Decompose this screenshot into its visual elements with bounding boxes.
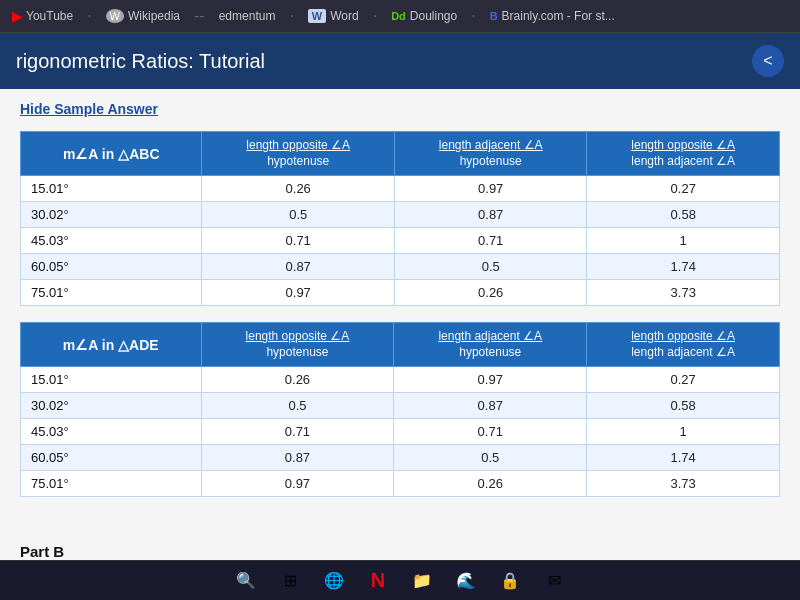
table-row: 45.03° 0.71 0.71 1 [21, 228, 780, 254]
tab-youtube[interactable]: ▶ YouTube [4, 7, 81, 26]
ratio2-cell: 0.71 [394, 419, 587, 445]
table-ade-col2-top: length opposite ∠A [212, 329, 384, 345]
table-row: 75.01° 0.97 0.26 3.73 [21, 280, 780, 306]
ratio2-cell: 0.5 [394, 445, 587, 471]
angle-cell: 60.05° [21, 254, 202, 280]
tab-separator-1: · [87, 7, 91, 25]
table-ade-col4-top: length opposite ∠A [597, 329, 769, 345]
angle-cell: 30.02° [21, 393, 202, 419]
files-icon[interactable]: 📁 [406, 565, 438, 597]
ratio3-cell: 0.58 [587, 202, 780, 228]
table-abc-col3-top: length adjacent ∠A [405, 138, 577, 154]
table-row: 30.02° 0.5 0.87 0.58 [21, 202, 780, 228]
ratio1-cell: 0.71 [202, 228, 395, 254]
table-abc-header-label: m∠A in △ABC [21, 132, 202, 176]
browser-icon[interactable]: 🌐 [318, 565, 350, 597]
netflix-icon[interactable]: N [362, 565, 394, 597]
table-row: 75.01° 0.97 0.26 3.73 [21, 471, 780, 497]
table-abc-col3-bottom: hypotenuse [405, 154, 577, 170]
ratio2-cell: 0.87 [394, 393, 587, 419]
main-content-area: rigonometric Ratios: Tutorial < Hide Sam… [0, 33, 800, 600]
brainly-icon: B [490, 10, 498, 22]
angle-cell: 45.03° [21, 228, 202, 254]
youtube-icon: ▶ [12, 9, 22, 24]
tab-separator-4: · [373, 7, 377, 25]
angle-cell: 75.01° [21, 471, 202, 497]
tab-separator-5: · [471, 7, 475, 25]
angle-cell: 45.03° [21, 419, 202, 445]
table-row: 15.01° 0.26 0.97 0.27 [21, 176, 780, 202]
table-ade-col2-bottom: hypotenuse [212, 345, 384, 361]
ratio1-cell: 0.87 [201, 445, 394, 471]
tab-wikipedia[interactable]: W Wikipedia [98, 7, 188, 25]
ratio3-cell: 1 [587, 228, 780, 254]
table-row: 15.01° 0.26 0.97 0.27 [21, 367, 780, 393]
tab-edmentum-label: edmentum [219, 9, 276, 23]
table-row: 30.02° 0.5 0.87 0.58 [21, 393, 780, 419]
mail-icon[interactable]: ✉ [538, 565, 570, 597]
table-abc-col2-header: length opposite ∠A hypotenuse [202, 132, 395, 176]
ratio3-cell: 1.74 [587, 254, 780, 280]
table-ade-col3-top: length adjacent ∠A [404, 329, 576, 345]
tab-brainly[interactable]: B Brainly.com - For st... [482, 7, 623, 25]
tab-duolingo[interactable]: Dd Doulingo [383, 7, 465, 25]
ratio2-cell: 0.87 [394, 202, 587, 228]
tab-separator-3: · [289, 7, 293, 25]
tab-brainly-label: Brainly.com - For st... [502, 9, 615, 23]
table-ade-col3-header: length adjacent ∠A hypotenuse [394, 323, 587, 367]
angle-cell: 15.01° [21, 176, 202, 202]
content-area: Hide Sample Answer m∠A in △ABC length op… [0, 89, 800, 533]
ratio2-cell: 0.26 [394, 280, 587, 306]
tab-separator-2: -- [194, 7, 205, 25]
ratio3-cell: 3.73 [587, 471, 780, 497]
ratio1-cell: 0.5 [202, 202, 395, 228]
table-abc-col3-header: length adjacent ∠A hypotenuse [394, 132, 587, 176]
table-row: 60.05° 0.87 0.5 1.74 [21, 254, 780, 280]
tab-youtube-label: YouTube [26, 9, 73, 23]
table-abc-col4-bottom: length adjacent ∠A [597, 154, 769, 170]
table-abc-col4-top: length opposite ∠A [597, 138, 769, 154]
table-row: 45.03° 0.71 0.71 1 [21, 419, 780, 445]
table-ade-col2-header: length opposite ∠A hypotenuse [201, 323, 394, 367]
tab-wikipedia-label: Wikipedia [128, 9, 180, 23]
ratio2-cell: 0.97 [394, 176, 587, 202]
table-abc: m∠A in △ABC length opposite ∠A hypotenus… [20, 131, 780, 306]
table-abc-col4-header: length opposite ∠A length adjacent ∠A [587, 132, 780, 176]
ratio3-cell: 3.73 [587, 280, 780, 306]
edge-icon[interactable]: 🌊 [450, 565, 482, 597]
table-abc-col2-top: length opposite ∠A [212, 138, 384, 154]
ratio3-cell: 1 [587, 419, 780, 445]
ratio3-cell: 0.58 [587, 393, 780, 419]
part-b-title: Part B [20, 543, 780, 560]
ratio1-cell: 0.87 [202, 254, 395, 280]
tab-word[interactable]: W Word [300, 7, 367, 25]
back-button[interactable]: < [752, 45, 784, 77]
ratio1-cell: 0.97 [201, 471, 394, 497]
search-icon[interactable]: 🔍 [230, 565, 262, 597]
table-row: 60.05° 0.87 0.5 1.74 [21, 445, 780, 471]
ratio1-cell: 0.97 [202, 280, 395, 306]
table-ade-col3-bottom: hypotenuse [404, 345, 576, 361]
table-ade-body: 15.01° 0.26 0.97 0.27 30.02° 0.5 0.87 0.… [21, 367, 780, 497]
duolingo-icon: Dd [391, 10, 406, 22]
tab-word-label: Word [330, 9, 358, 23]
ratio2-cell: 0.97 [394, 367, 587, 393]
tab-edmentum[interactable]: edmentum [211, 7, 284, 25]
angle-cell: 30.02° [21, 202, 202, 228]
browser-taskbar: ▶ YouTube · W Wikipedia -- edmentum · W … [0, 0, 800, 33]
start-icon[interactable]: ⊞ [274, 565, 306, 597]
table-ade-header-label: m∠A in △ADE [21, 323, 202, 367]
angle-cell: 60.05° [21, 445, 202, 471]
table-abc-body: 15.01° 0.26 0.97 0.27 30.02° 0.5 0.87 0.… [21, 176, 780, 306]
security-icon[interactable]: 🔒 [494, 565, 526, 597]
word-icon: W [308, 9, 326, 23]
ratio3-cell: 0.27 [587, 176, 780, 202]
ratio2-cell: 0.26 [394, 471, 587, 497]
page-title: rigonometric Ratios: Tutorial [16, 50, 265, 73]
angle-cell: 75.01° [21, 280, 202, 306]
hide-sample-answer-link[interactable]: Hide Sample Answer [20, 101, 780, 117]
ratio1-cell: 0.26 [202, 176, 395, 202]
table-ade: m∠A in △ADE length opposite ∠A hypotenus… [20, 322, 780, 497]
ratio1-cell: 0.71 [201, 419, 394, 445]
table-ade-col4-header: length opposite ∠A length adjacent ∠A [587, 323, 780, 367]
